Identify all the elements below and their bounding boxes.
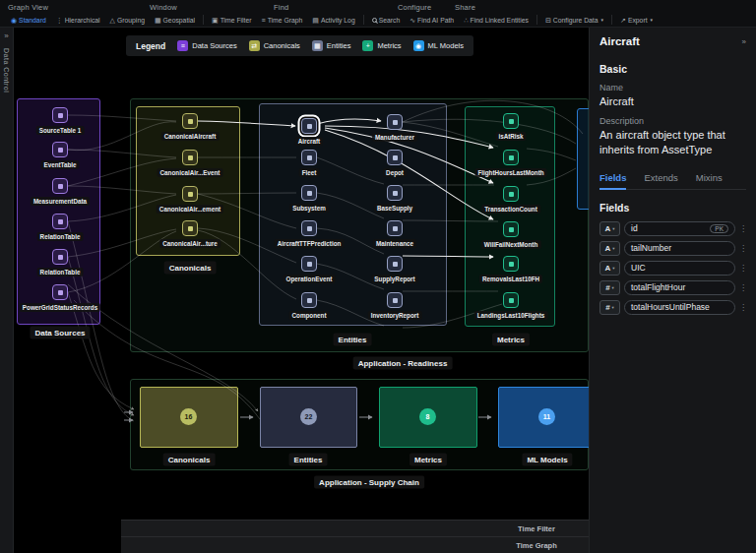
details-title: Aircraft bbox=[599, 35, 640, 47]
node-maintenance[interactable]: Maintenance bbox=[387, 220, 403, 236]
node-inventory-report[interactable]: InventoryReport bbox=[387, 292, 403, 308]
field-name-input[interactable]: totalFlightHour bbox=[624, 280, 735, 295]
supply-ml-models-label: ML Models bbox=[522, 454, 572, 466]
hierarchical-layout-button[interactable]: ⋮ Hierarchical bbox=[51, 17, 105, 24]
node-supply-report[interactable]: SupplyReport bbox=[387, 256, 403, 272]
collapse-panel-icon[interactable]: » bbox=[742, 37, 746, 46]
menu-graph-view[interactable]: Graph View bbox=[8, 3, 48, 12]
calendar-icon: ▣ bbox=[212, 17, 219, 24]
node-flight-hours-last-month[interactable]: FlightHoursLastMonth bbox=[503, 150, 519, 165]
node-measurement-data[interactable]: MeasurementData bbox=[52, 178, 68, 194]
ml-models-container[interactable] bbox=[577, 108, 589, 210]
field-menu-icon[interactable]: ⋮ bbox=[739, 303, 746, 312]
node-relation-table-1[interactable]: RelationTable bbox=[52, 214, 68, 229]
node-depot[interactable]: Depot bbox=[387, 150, 403, 165]
node-aircraft-ttf-prediction[interactable]: AircraftTTFPrediction bbox=[301, 220, 317, 236]
chevron-down-icon: ▾ bbox=[612, 285, 614, 290]
expand-panel-icon[interactable]: » bbox=[0, 31, 13, 40]
standard-layout-button[interactable]: ◉ Standard bbox=[6, 17, 51, 24]
node-base-supply[interactable]: BaseSupply bbox=[387, 185, 403, 201]
field-row-total-flight-hour: #▾ totalFlightHour ⋮ bbox=[599, 280, 746, 295]
node-landings-last-10-flights[interactable]: LandingsLast10Flights bbox=[503, 292, 519, 308]
field-name-input[interactable]: totalHoursUntilPhase bbox=[624, 300, 735, 315]
node-power-grid-status-records[interactable]: PowerGridStatusRecords bbox=[52, 284, 68, 300]
field-menu-icon[interactable]: ⋮ bbox=[739, 283, 746, 292]
time-graph-button[interactable]: ≡ Time Graph bbox=[257, 17, 308, 24]
legend-item-ml-models: ◉ ML Models bbox=[413, 40, 464, 51]
configure-data-button[interactable]: ⊟ Configure Data ▾ bbox=[540, 17, 608, 24]
search-button[interactable]: Search bbox=[367, 17, 406, 24]
node-transaction-count[interactable]: TransactionCount bbox=[503, 186, 519, 202]
time-filter-button[interactable]: ▣ Time Filter bbox=[207, 17, 256, 24]
find-ai-path-button[interactable]: ∿ Find AI Path bbox=[405, 17, 459, 24]
field-name-input[interactable]: idPK bbox=[624, 221, 735, 236]
entity-icon bbox=[393, 226, 398, 231]
node-will-fail-next-month[interactable]: WillFailNextMonth bbox=[503, 221, 519, 237]
node-source-table-1[interactable]: SourceTable 1 bbox=[52, 107, 68, 123]
field-type-selector[interactable]: #▾ bbox=[599, 280, 620, 295]
node-is-at-risk[interactable]: isAtRisk bbox=[503, 113, 519, 129]
node-aircraft[interactable]: Aircraft bbox=[301, 118, 317, 134]
field-menu-icon[interactable]: ⋮ bbox=[739, 264, 746, 273]
menu-share[interactable]: Share bbox=[455, 3, 475, 12]
field-name-input[interactable]: UIC bbox=[624, 261, 735, 276]
entity-icon bbox=[307, 226, 312, 231]
tab-fields[interactable]: Fields bbox=[599, 172, 626, 190]
node-canonical-event[interactable]: CanonicalAir...Event bbox=[182, 150, 198, 165]
menu-window[interactable]: Window bbox=[150, 3, 177, 12]
chevron-down-icon: ▾ bbox=[612, 246, 614, 251]
data-control-rail[interactable]: » Data Control bbox=[0, 28, 14, 553]
field-type-selector[interactable]: A▾ bbox=[599, 221, 620, 236]
table-icon bbox=[58, 148, 63, 153]
graph-canvas[interactable]: Legend ≡ Data Sources ⇄ Canonicals ▦ Ent… bbox=[14, 28, 589, 553]
node-canonical-measurement[interactable]: CanonicalAir...ement bbox=[182, 186, 198, 202]
tab-mixins[interactable]: Mixins bbox=[696, 172, 723, 189]
transform-icon bbox=[188, 192, 193, 197]
legend-title: Legend bbox=[136, 41, 165, 51]
node-canonical-fixture[interactable]: CanonicalAir...ture bbox=[182, 220, 198, 236]
node-canonical-aircraft[interactable]: CanonicalAircraft bbox=[182, 113, 198, 129]
metric-icon bbox=[509, 262, 514, 267]
node-removals-last-10fh[interactable]: RemovalsLast10FH bbox=[503, 256, 519, 272]
node-relation-table-2[interactable]: RelationTable bbox=[52, 249, 68, 265]
field-row-id: A▾ idPK ⋮ bbox=[599, 221, 746, 236]
transform-icon bbox=[188, 119, 193, 124]
supply-entities-label: Entities bbox=[289, 454, 328, 466]
metrics-group-label: Metrics bbox=[492, 334, 530, 346]
field-type-selector[interactable]: A▾ bbox=[599, 261, 620, 276]
grouping-layout-button[interactable]: △ Grouping bbox=[105, 17, 150, 24]
export-button[interactable]: ↗ Export ▾ bbox=[615, 17, 658, 24]
canonicals-group-label: Canonicals bbox=[164, 262, 217, 275]
node-fleet[interactable]: Fleet bbox=[301, 150, 317, 165]
entities-container[interactable] bbox=[259, 103, 447, 326]
time-graph-panel[interactable]: Time Graph bbox=[121, 536, 589, 553]
entity-icon bbox=[393, 191, 398, 196]
node-subsystem[interactable]: Subsystem bbox=[301, 185, 317, 201]
find-linked-entities-button[interactable]: ∴ Find Linked Entities bbox=[459, 17, 534, 24]
field-name-input[interactable]: tailNumber bbox=[624, 241, 735, 256]
fields-heading: Fields bbox=[599, 202, 746, 214]
field-type-selector[interactable]: A▾ bbox=[599, 241, 620, 256]
tab-extends[interactable]: Extends bbox=[644, 172, 677, 189]
time-filter-panel[interactable]: Time Filter bbox=[121, 520, 589, 536]
supply-ml-models-count: 11 bbox=[538, 408, 555, 425]
activity-log-button[interactable]: ▤ Activity Log bbox=[307, 17, 359, 24]
field-menu-icon[interactable]: ⋮ bbox=[739, 224, 746, 233]
legend-item-data-sources: ≡ Data Sources bbox=[177, 40, 236, 51]
node-manufacturer[interactable]: Manufacturer bbox=[387, 114, 403, 130]
node-operation-event[interactable]: OperationEvent bbox=[301, 256, 317, 272]
primary-key-badge: PK bbox=[710, 224, 728, 233]
node-event-table[interactable]: EventTable bbox=[52, 142, 68, 157]
activity-log-icon: ▤ bbox=[312, 17, 319, 24]
chevron-down-icon: ▾ bbox=[612, 266, 614, 271]
top-menubar: Graph View Window Find Configure Share ◉… bbox=[0, 0, 756, 28]
description-label: Description bbox=[599, 116, 746, 126]
metrics-icon: + bbox=[362, 40, 373, 51]
field-type-selector[interactable]: #▾ bbox=[599, 300, 620, 315]
menu-configure[interactable]: Configure bbox=[398, 3, 431, 12]
time-graph-icon: ≡ bbox=[262, 17, 266, 24]
field-menu-icon[interactable]: ⋮ bbox=[739, 244, 746, 253]
menu-find[interactable]: Find bbox=[274, 3, 288, 12]
node-component[interactable]: Component bbox=[301, 292, 317, 308]
geospatial-layout-button[interactable]: ▦ Geospatial bbox=[150, 17, 200, 24]
